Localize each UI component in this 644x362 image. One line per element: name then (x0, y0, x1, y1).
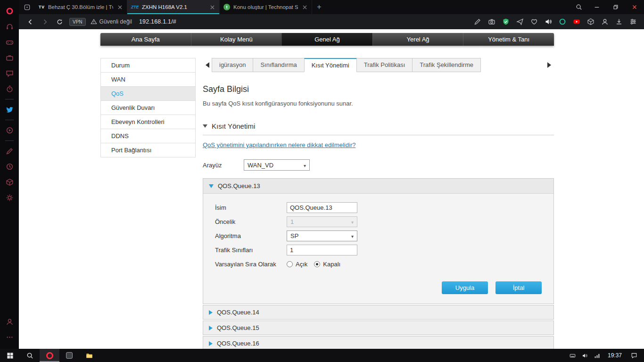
tab-close-icon[interactable] (116, 5, 123, 9)
profile-icon[interactable] (0, 314, 19, 329)
taskbar-search-icon[interactable] (20, 349, 40, 362)
opera-gx-taskbar-icon[interactable] (40, 349, 59, 362)
router-side-menu: Durum WAN QoS Güvenlik Duvarı Ebeveyn Ko… (100, 58, 196, 157)
sidebar-item-port-baglantisi[interactable]: Port Bağlantısı (101, 143, 195, 157)
timer-icon[interactable] (0, 81, 19, 97)
tab-close-icon[interactable] (209, 5, 215, 9)
tab-kisit-yonetimi[interactable]: Kısıt Yönetimi (304, 58, 357, 72)
send-icon[interactable] (513, 16, 526, 28)
tab-konfigurasyon[interactable]: igürasyon (212, 58, 253, 72)
chevron-down-icon (351, 218, 354, 225)
settings-sliders-icon[interactable] (627, 16, 639, 28)
browser-tab-behzat[interactable]: TV Behzat Ç 30.Bölüm izle | TvT (35, 0, 127, 14)
tab-siniflandirma[interactable]: Sınıflandırma (253, 58, 304, 72)
pinned-app-icon[interactable] (59, 349, 79, 362)
tray-network-icon[interactable] (591, 349, 603, 362)
system-tray: 19:37 (567, 349, 644, 362)
nav-item-ana-sayfa[interactable]: Ana Sayfa (100, 33, 191, 46)
browser-tab-technopat[interactable]: t Konu oluştur | Technopat S (220, 0, 312, 14)
aria-icon[interactable] (556, 16, 569, 28)
close-button[interactable] (625, 0, 644, 14)
tab-close-icon[interactable] (301, 5, 308, 9)
nav-item-yerel-ag[interactable]: Yerel Ağ (372, 33, 463, 46)
tray-keyboard-icon[interactable] (567, 349, 579, 362)
queue-panel-13-header[interactable]: QOS.Queue.13 (203, 179, 553, 193)
tab-favicon-zte: ZTE (131, 5, 139, 9)
download-icon[interactable] (612, 16, 625, 28)
section-title: Kısıt Yönetimi (212, 122, 255, 130)
workspace-icon[interactable] (19, 0, 35, 14)
camera-icon[interactable] (485, 16, 498, 28)
history-icon[interactable] (0, 159, 19, 174)
router-top-nav: Ana Sayfa Kolay Menü Genel Ağ Yerel Ağ Y… (100, 33, 554, 46)
traffic-classes-label: Trafik Sınıfları (215, 247, 287, 254)
chevron-down-icon (351, 232, 354, 239)
compose-icon[interactable] (0, 143, 19, 159)
algorithm-select[interactable]: SP (287, 230, 357, 241)
sidebar-item-guvenlik-duvari[interactable]: Güvenlik Duvarı (101, 101, 195, 115)
speaker-icon[interactable] (542, 16, 554, 28)
queue-panel-14-header[interactable]: QOS.Queue.14 (203, 305, 554, 320)
queue-panel-15-header[interactable]: QOS.Queue.15 (203, 321, 554, 335)
tab-trafik-sekillendirme[interactable]: Trafik Şekillendirme (412, 58, 481, 72)
warning-icon (91, 18, 97, 25)
youtube-icon[interactable] (570, 16, 583, 28)
security-label: Güvenli değil (99, 18, 132, 25)
forward-icon[interactable] (38, 16, 51, 28)
apply-button[interactable]: Uygula (442, 281, 488, 294)
section-kisit-yonetimi[interactable]: Kısıt Yönetimi (203, 122, 554, 130)
heart-icon[interactable] (528, 16, 540, 28)
action-center-icon[interactable] (626, 352, 642, 359)
shield-icon[interactable] (499, 16, 512, 28)
nav-item-yonetim-tani[interactable]: Yönetim & Tanı (463, 33, 554, 46)
url-text[interactable]: 192.168.1.1/# (139, 18, 176, 25)
briefcase-icon[interactable] (0, 50, 19, 66)
name-input[interactable] (287, 202, 357, 213)
tab-trafik-politikasi[interactable]: Trafik Politikası (356, 58, 413, 72)
sidebar-item-qos[interactable]: QoS (101, 87, 195, 101)
tray-volume-icon[interactable] (579, 349, 591, 362)
traffic-classes-input[interactable] (287, 245, 357, 255)
qos-help-link[interactable]: QoS yönetimini yapılandırırken nelere di… (203, 141, 355, 148)
sidebar-item-durum[interactable]: Durum (101, 58, 195, 73)
gx-corner-icon[interactable] (0, 34, 19, 50)
radio-acik[interactable] (287, 261, 293, 267)
sidebar-item-wan[interactable]: WAN (101, 73, 195, 87)
settings-gear-icon[interactable] (0, 190, 19, 206)
radio-kapali-selected[interactable] (314, 261, 320, 267)
edit-icon[interactable] (471, 16, 484, 28)
cancel-button[interactable]: İptal (495, 281, 542, 294)
browser-search-icon[interactable] (570, 0, 587, 14)
player-icon[interactable] (0, 123, 19, 138)
sidebar-item-ebeveyn[interactable]: Ebeveyn Kontrolleri (101, 115, 195, 129)
tab-scroll-right-icon[interactable] (545, 58, 554, 72)
headset-icon[interactable] (0, 19, 19, 34)
nav-item-genel-ag[interactable]: Genel Ağ (281, 33, 372, 46)
profile-icon[interactable] (598, 16, 611, 28)
more-icon[interactable] (0, 329, 19, 345)
sidebar-item-ddns[interactable]: DDNS (101, 129, 195, 143)
tab-title: Konu oluştur | Technopat S (233, 4, 298, 10)
extensions-cube-icon[interactable] (584, 16, 597, 28)
tab-scroll-left-icon[interactable] (203, 58, 212, 72)
minimize-button[interactable] (587, 0, 606, 14)
vpn-badge[interactable]: VPN (69, 18, 86, 26)
browser-tab-zte-active[interactable]: ZTE ZXHN H168A V2.1 (127, 0, 220, 14)
queue-panel-16-header[interactable]: QOS.Queue.16 (203, 336, 554, 349)
new-tab-button[interactable]: + (312, 0, 326, 14)
opera-gx-logo-icon[interactable] (0, 3, 19, 19)
back-icon[interactable] (24, 16, 37, 28)
queue-panel-13-body: İsim Öncelik 1 (203, 193, 553, 304)
twitter-icon[interactable] (0, 102, 19, 117)
start-button[interactable] (0, 349, 20, 362)
extensions-icon[interactable] (0, 174, 19, 190)
restore-button[interactable] (606, 0, 625, 14)
taskbar-clock[interactable]: 19:37 (603, 352, 626, 359)
file-explorer-icon[interactable] (79, 349, 99, 362)
chat-icon[interactable] (0, 66, 19, 81)
reload-icon[interactable] (53, 16, 66, 28)
interface-select[interactable]: WAN_VD (244, 159, 310, 171)
nav-item-kolay-menu[interactable]: Kolay Menü (191, 33, 282, 46)
priority-select-disabled: 1 (287, 216, 357, 227)
site-security-indicator[interactable]: Güvenli değil (91, 18, 132, 25)
